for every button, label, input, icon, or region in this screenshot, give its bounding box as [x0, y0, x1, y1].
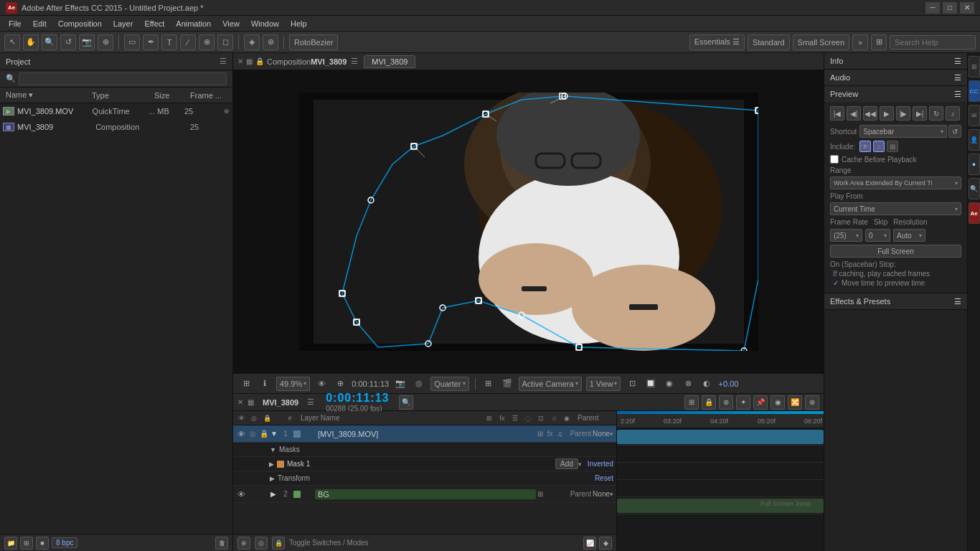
- tool-camera[interactable]: 📷: [79, 34, 95, 50]
- comp-display-btn[interactable]: 🔲: [644, 377, 658, 391]
- comp-toggle-btn[interactable]: ⊞: [481, 377, 496, 391]
- info-header[interactable]: Info ☰: [824, 53, 967, 69]
- tl-lock-btn[interactable]: 🔒: [272, 537, 285, 550]
- workspace-standard[interactable]: Standard: [748, 34, 790, 50]
- layer-1-eye[interactable]: 👁: [236, 430, 246, 438]
- timeline-timecode[interactable]: 0:00:11:13: [326, 392, 389, 405]
- layer-1-tri[interactable]: ▼: [270, 430, 278, 438]
- tool-puppet[interactable]: ⊛: [263, 34, 278, 50]
- res-val[interactable]: Auto ▾: [893, 229, 925, 242]
- project-item-comp[interactable]: ▦ MVI_3809 Composition 25: [0, 119, 232, 135]
- play-reverse-btn[interactable]: ◀◀: [863, 106, 877, 121]
- step-forward-btn[interactable]: |▶: [896, 106, 910, 121]
- tl-btn-6[interactable]: ◉: [771, 395, 785, 410]
- menu-view[interactable]: View: [217, 18, 245, 29]
- menu-layer[interactable]: Layer: [108, 18, 139, 29]
- toolbar-icon-btn[interactable]: ⊞: [871, 34, 887, 50]
- comp-snapshot-btn[interactable]: 📷: [393, 377, 407, 391]
- effects-header[interactable]: Effects & Presets ☰: [824, 293, 967, 309]
- comp-tab[interactable]: MVI_3809: [364, 55, 415, 68]
- menu-animation[interactable]: Animation: [170, 18, 217, 29]
- layer-row-2[interactable]: 👁 ▶ 2 BG ⊞ Parent None ▾: [233, 486, 616, 503]
- tl-new-btn[interactable]: ⊕: [237, 537, 250, 550]
- zoom-dropdown[interactable]: 49.9% ▾: [276, 377, 310, 391]
- resolution-dropdown[interactable]: Quarter ▾: [430, 377, 468, 391]
- mask-1-inverted[interactable]: Inverted: [588, 460, 613, 468]
- tool-zoom[interactable]: 🔍: [42, 34, 57, 50]
- comp-color-btn[interactable]: ◐: [699, 377, 714, 391]
- workspace-expand[interactable]: »: [852, 34, 868, 50]
- audio-header[interactable]: Audio ☰: [824, 70, 967, 85]
- menu-help[interactable]: Help: [285, 18, 313, 29]
- preview-menu[interactable]: ☰: [954, 90, 961, 99]
- search-input[interactable]: [890, 35, 976, 50]
- loop-btn[interactable]: ↻: [929, 106, 943, 121]
- person-icon[interactable]: 👤: [969, 129, 980, 151]
- tl-btn-7[interactable]: 🔀: [788, 395, 802, 410]
- close-button[interactable]: ✕: [960, 2, 974, 14]
- project-item-mov[interactable]: ▶ MVI_3809.MOV QuickTime ... MB 25 ⊕: [0, 103, 232, 119]
- tl-graph-btn[interactable]: 📈: [583, 537, 596, 550]
- delete-btn[interactable]: 🗑: [215, 537, 228, 550]
- tool-clone[interactable]: ⊗: [199, 34, 215, 50]
- framerate-val[interactable]: (25) ▾: [830, 229, 862, 242]
- playfrom-dropdown[interactable]: Current Time ▾: [830, 202, 961, 215]
- comp-show-btn[interactable]: ◎: [412, 377, 426, 391]
- cc-icon[interactable]: CC: [969, 80, 980, 102]
- audio-btn[interactable]: ♪: [946, 106, 960, 121]
- masks-tri[interactable]: ▼: [270, 446, 276, 453]
- tool-anchor[interactable]: ⊕: [98, 34, 113, 50]
- comp-grid-btn[interactable]: ⊞: [239, 377, 253, 391]
- tool-hand[interactable]: ✋: [23, 34, 39, 50]
- menu-effect[interactable]: Effect: [138, 18, 170, 29]
- minimize-button[interactable]: ─: [925, 2, 940, 14]
- layer-2-tri[interactable]: ▶: [270, 490, 278, 498]
- view-dropdown[interactable]: 1 View ▾: [586, 377, 621, 391]
- layer-1-motion[interactable]: ♫: [557, 430, 567, 438]
- tl-close[interactable]: ✕: [237, 398, 243, 406]
- info-menu[interactable]: ☰: [954, 57, 961, 66]
- comp-menu-icon[interactable]: ☰: [351, 57, 358, 66]
- layer-2-switch-1[interactable]: ⊞: [537, 490, 547, 498]
- tool-text[interactable]: T: [161, 34, 177, 50]
- layer-row-1[interactable]: 👁 ◎ 🔒 ▼ 1 [MVI_3809.MOV] ⊞ fx ♫ Parent N…: [233, 425, 616, 443]
- menu-window[interactable]: Window: [245, 18, 285, 29]
- tool-brush[interactable]: ∕: [180, 34, 196, 50]
- toggle-label[interactable]: Toggle Switches / Modes: [289, 539, 369, 547]
- comp-render-btn[interactable]: 🎬: [500, 377, 514, 391]
- mask-1-add-arrow[interactable]: ▾: [578, 461, 582, 468]
- shortcut-reset-btn[interactable]: ↺: [948, 125, 961, 138]
- comp-info-btn[interactable]: ℹ: [258, 377, 272, 391]
- tl-btn-1[interactable]: ⊞: [684, 395, 699, 410]
- fullscreen-btn[interactable]: Full Screen: [830, 245, 961, 258]
- comp-3d-btn[interactable]: ⊡: [625, 377, 639, 391]
- tl-search-btn[interactable]: 🔍: [399, 395, 413, 410]
- bpc-badge[interactable]: 8 bpc: [52, 537, 77, 548]
- maximize-button[interactable]: □: [943, 2, 957, 14]
- tool-rect-mask[interactable]: ▭: [124, 34, 140, 50]
- workspace-essentials[interactable]: Essentials ☰: [689, 34, 745, 50]
- mask-1-tri[interactable]: ▶: [269, 461, 274, 468]
- include-audio-icon[interactable]: ♪: [873, 141, 885, 152]
- tool-pen[interactable]: ✒: [143, 34, 159, 50]
- project-menu-icon[interactable]: ☰: [220, 57, 227, 66]
- include-video-icon[interactable]: 👁: [859, 141, 871, 152]
- titlebar-controls[interactable]: ─ □ ✕: [925, 2, 974, 14]
- layer-1-switch-1[interactable]: ⊞: [537, 430, 547, 438]
- comp-view-btn[interactable]: 👁: [314, 377, 329, 391]
- tool-eraser[interactable]: ◻: [217, 34, 233, 50]
- step-back-btn[interactable]: ◀|: [847, 106, 861, 121]
- effects-menu[interactable]: ☰: [954, 297, 961, 306]
- transform-tri[interactable]: ▶: [270, 475, 275, 482]
- tl-btn-5[interactable]: 📌: [753, 395, 768, 410]
- tl-keyframe-btn[interactable]: ◆: [599, 537, 612, 550]
- menu-composition[interactable]: Composition: [52, 18, 108, 29]
- shortcut-dropdown[interactable]: Spacebar ▾: [859, 125, 947, 138]
- new-solid-btn[interactable]: ■: [36, 537, 49, 550]
- layer-1-switch-2[interactable]: fx: [547, 430, 557, 438]
- tl-btn-3[interactable]: ⊕: [719, 395, 733, 410]
- go-to-start-btn[interactable]: |◀: [830, 106, 844, 121]
- menu-edit[interactable]: Edit: [27, 18, 52, 29]
- new-folder-btn[interactable]: 📁: [4, 537, 17, 550]
- play-btn[interactable]: ▶: [880, 106, 894, 121]
